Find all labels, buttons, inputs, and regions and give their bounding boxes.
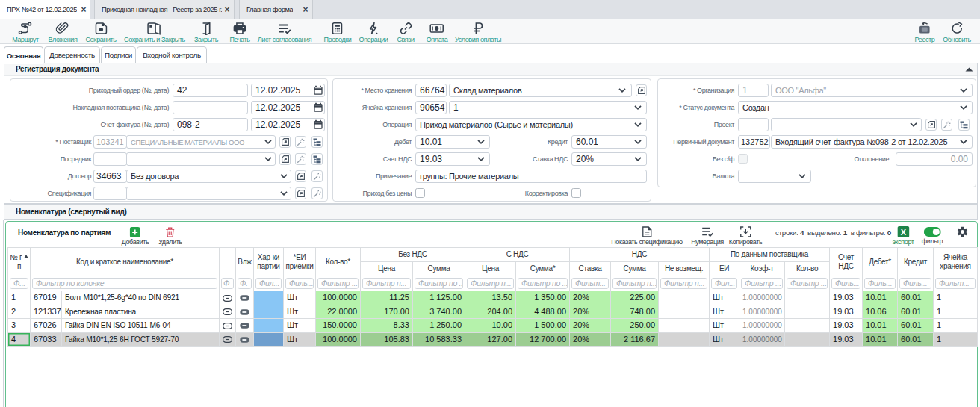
svg-text:X: X	[900, 228, 906, 237]
